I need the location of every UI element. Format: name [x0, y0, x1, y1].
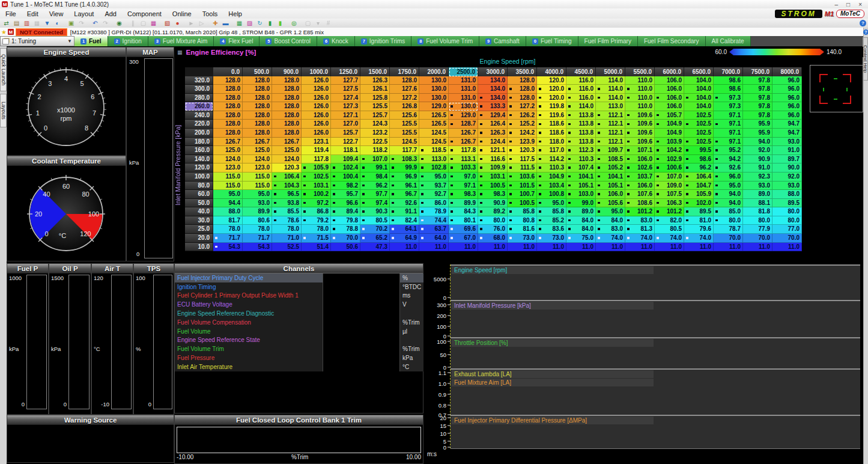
- map-cell[interactable]: 80.0: [478, 216, 508, 225]
- map-cell[interactable]: 97.8: [743, 94, 772, 103]
- row-header[interactable]: 30.0: [185, 216, 213, 225]
- map-cell[interactable]: 97.8: [743, 76, 772, 85]
- map-cell[interactable]: 100.8: [537, 190, 566, 199]
- map-cell[interactable]: 124.4: [478, 138, 508, 147]
- map-cell[interactable]: 95.9: [743, 120, 772, 129]
- map-cell[interactable]: 108.6: [625, 199, 655, 208]
- map-cell[interactable]: 128.0: [272, 85, 302, 94]
- map-cell[interactable]: 100.5: [508, 199, 537, 208]
- map-cell[interactable]: 102.9: [655, 155, 684, 164]
- map-cell[interactable]: 124.5: [419, 138, 449, 147]
- map-cell[interactable]: 64.1: [390, 225, 419, 234]
- window-icon[interactable]: ▬: [221, 19, 230, 27]
- map-cell[interactable]: 96.1: [390, 182, 419, 191]
- map-cell[interactable]: 93.0: [772, 138, 802, 147]
- map-cell[interactable]: 97.8: [743, 85, 772, 94]
- map-cell[interactable]: 102.5: [684, 129, 714, 138]
- map-cell[interactable]: 99.9: [390, 163, 419, 172]
- map-cell[interactable]: 47.3: [360, 243, 390, 252]
- map-cell[interactable]: 127.2: [508, 102, 537, 111]
- map-cell[interactable]: 128.0: [508, 85, 537, 94]
- row-header[interactable]: 25.0: [185, 225, 213, 234]
- map-cell[interactable]: 70.2: [360, 225, 390, 234]
- map-cell[interactable]: 131.0: [449, 85, 478, 94]
- map-cell[interactable]: 103.7: [625, 172, 655, 182]
- map-cell[interactable]: 92.0: [772, 172, 802, 182]
- map-cell[interactable]: 97.2: [302, 199, 331, 208]
- tab-camshaft[interactable]: 9Camshaft: [479, 36, 526, 46]
- menu-component[interactable]: Component: [122, 10, 167, 18]
- map-cell[interactable]: 83.0: [596, 225, 625, 234]
- map-cell[interactable]: 124.0: [213, 155, 243, 164]
- map-cell[interactable]: 125.7: [360, 111, 390, 120]
- row-header[interactable]: 180.0: [185, 138, 213, 147]
- find-icon[interactable]: ◉: [115, 19, 124, 27]
- map-cell[interactable]: 107.0: [655, 172, 684, 182]
- map-cell[interactable]: 11.0: [419, 243, 449, 252]
- map-cell[interactable]: 108.3: [390, 155, 419, 164]
- map-cell[interactable]: 102.0: [684, 199, 714, 208]
- map-cell[interactable]: 51.4: [302, 243, 331, 252]
- map-cell[interactable]: 117.8: [449, 146, 478, 155]
- map-cell[interactable]: 126.8: [390, 102, 419, 111]
- map-cell[interactable]: 105.1: [566, 182, 596, 191]
- map-cell[interactable]: 85.0: [714, 207, 743, 216]
- map-cell[interactable]: 96.0: [772, 76, 802, 85]
- map-cell[interactable]: 73.0: [508, 234, 537, 243]
- map-cell[interactable]: 64.0: [419, 234, 449, 243]
- map-cell[interactable]: 84.0: [566, 225, 596, 234]
- map-cell[interactable]: 116.0: [566, 94, 596, 103]
- map-cell[interactable]: 134.0: [478, 76, 508, 85]
- map-cell[interactable]: 114.2: [537, 155, 566, 164]
- map-cell[interactable]: 127.5: [331, 85, 360, 94]
- map-cell[interactable]: 105.2: [596, 163, 625, 172]
- map-cell[interactable]: 126.2: [508, 111, 537, 120]
- map-cell[interactable]: 71.0: [272, 234, 302, 243]
- map-cell[interactable]: 97.8: [743, 111, 772, 120]
- map-cell[interactable]: 120.0: [537, 94, 566, 103]
- map-cell[interactable]: 115.0: [243, 172, 272, 182]
- map-cell[interactable]: 78.0: [272, 225, 302, 234]
- map-cell[interactable]: 104.1: [566, 172, 596, 182]
- map-cell[interactable]: 103.1: [478, 172, 508, 182]
- map-cell[interactable]: 90.9: [478, 199, 508, 208]
- map-cell[interactable]: 106.4: [684, 172, 714, 182]
- map-cell[interactable]: 89.9: [449, 199, 478, 208]
- map-cell[interactable]: 73.0: [537, 234, 566, 243]
- map-cell[interactable]: 128.0: [243, 102, 272, 111]
- map-cell[interactable]: 113.8: [566, 120, 596, 129]
- map-cell[interactable]: 127.0: [331, 120, 360, 129]
- map-cell[interactable]: 113.8: [566, 111, 596, 120]
- map-cell[interactable]: 94.7: [772, 129, 802, 138]
- anchor-icon[interactable]: #: [324, 19, 333, 27]
- connect-ecu-icon[interactable]: ⇄: [2, 19, 11, 27]
- map-cell[interactable]: 74.0: [625, 234, 655, 243]
- map-cell[interactable]: 131.0: [449, 94, 478, 103]
- map-cell[interactable]: 124.0: [272, 155, 302, 164]
- tab-fuel-volume-trim[interactable]: 8Fuel Volume Trim: [411, 36, 479, 46]
- map-cell[interactable]: 128.0: [508, 94, 537, 103]
- menu-online[interactable]: Online: [167, 10, 197, 18]
- map-cell[interactable]: 115.0: [243, 182, 272, 191]
- map-cell[interactable]: 120.3: [272, 163, 302, 172]
- map-cell[interactable]: 122.7: [331, 138, 360, 147]
- map-cell[interactable]: 94.0: [714, 190, 743, 199]
- channel-row[interactable]: Engine Speed Reference State: [175, 336, 423, 345]
- map-cell[interactable]: 118.1: [331, 146, 360, 155]
- map-cell[interactable]: 106.0: [625, 182, 655, 191]
- map-cell[interactable]: 126.7: [449, 138, 478, 147]
- map-cell[interactable]: 108.5: [596, 155, 625, 164]
- map-cell[interactable]: 126.0: [302, 102, 331, 111]
- save-icon[interactable]: ▦: [32, 19, 41, 27]
- map-cell[interactable]: 107.1: [625, 146, 655, 155]
- map-cell[interactable]: 90.3: [360, 207, 390, 216]
- map-cell[interactable]: 74.4: [419, 216, 449, 225]
- map-cell[interactable]: 97.0: [449, 172, 478, 182]
- map-cell[interactable]: 94.0: [714, 199, 743, 208]
- map-cell[interactable]: 90.9: [743, 155, 772, 164]
- map-cell[interactable]: 91.0: [772, 146, 802, 155]
- map-cell[interactable]: 96.0: [714, 172, 743, 182]
- map-cell[interactable]: 125.5: [390, 120, 419, 129]
- map-cell[interactable]: 114.0: [596, 94, 625, 103]
- map-cell[interactable]: 109.4: [331, 155, 360, 164]
